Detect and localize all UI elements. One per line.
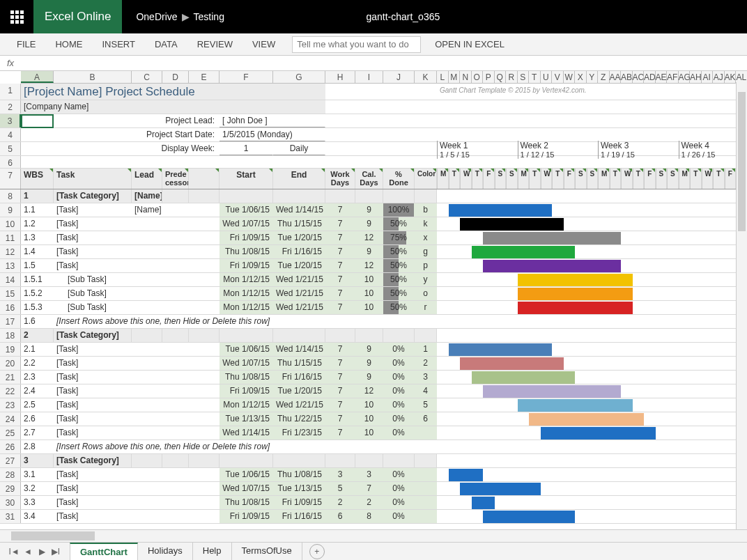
pred[interactable]	[162, 231, 189, 244]
day-hdr[interactable]: W	[541, 169, 553, 189]
lead[interactable]	[132, 384, 162, 398]
start[interactable]: Tue 1/06/15	[220, 343, 273, 356]
horizontal-scrollbar[interactable]	[0, 529, 747, 542]
row-header[interactable]: 24	[0, 412, 21, 426]
day-hdr[interactable]: T	[529, 169, 541, 189]
start[interactable]: Thu 1/08/15	[220, 496, 273, 509]
col-header[interactable]: X	[575, 71, 587, 83]
cd[interactable]: 12	[355, 384, 383, 398]
start[interactable]: Fri 1/09/15	[220, 231, 273, 244]
task[interactable]: [Task]	[54, 231, 132, 244]
col-header[interactable]: N	[460, 71, 472, 83]
end[interactable]: Thu 1/08/15	[273, 468, 325, 481]
wd[interactable]: 5	[325, 482, 355, 495]
task[interactable]: [Sub Task]	[54, 287, 132, 300]
wbs[interactable]: 3	[21, 454, 54, 467]
pred[interactable]	[162, 482, 189, 495]
row-header[interactable]: 11	[0, 231, 21, 244]
meta-value[interactable]: 1/5/2015 (Monday)	[220, 128, 325, 141]
cell[interactable]	[383, 454, 415, 467]
cell[interactable]	[220, 454, 273, 467]
col-header[interactable]: V	[552, 71, 564, 83]
hdr[interactable]: End	[273, 169, 325, 189]
pred[interactable]	[162, 398, 189, 412]
start[interactable]: Mon 1/12/15	[220, 273, 273, 286]
cd[interactable]: 12	[355, 231, 383, 244]
ribbon-tab-file[interactable]: FILE	[7, 36, 45, 52]
end[interactable]: Wed 1/21/15	[273, 301, 325, 314]
pct[interactable]: 50%	[383, 245, 415, 258]
end[interactable]: Tue 1/13/15	[273, 482, 325, 495]
hdr[interactable]: Predecessor	[162, 169, 189, 189]
wbs[interactable]: 2.4	[21, 384, 54, 398]
color[interactable]	[415, 510, 437, 523]
col-header[interactable]: AK	[725, 71, 737, 83]
col-header[interactable]: Z	[598, 71, 610, 83]
open-in-excel[interactable]: OPEN IN EXCEL	[435, 39, 505, 49]
day-hdr[interactable]: T	[552, 169, 564, 189]
cell[interactable]	[189, 398, 220, 412]
start[interactable]: Thu 1/08/15	[220, 371, 273, 384]
row-header[interactable]: 5	[0, 142, 21, 155]
cd[interactable]: 10	[355, 398, 383, 412]
cd[interactable]: 10	[355, 412, 383, 426]
cell[interactable]	[189, 301, 220, 314]
end[interactable]: Wed 1/14/15	[273, 203, 325, 217]
wbs[interactable]: 1	[21, 189, 54, 203]
task[interactable]: [Task]	[54, 217, 132, 231]
cd[interactable]: 3	[355, 468, 383, 481]
start[interactable]: Mon 1/12/15	[220, 301, 273, 314]
ribbon-tab-insert[interactable]: INSERT	[92, 36, 144, 52]
cell[interactable]	[54, 142, 86, 155]
task[interactable]: [Task]	[54, 259, 132, 272]
col-header[interactable]: H	[325, 71, 355, 83]
column-headers[interactable]: ABCDEFGHIJKLMNOPQRSTUVWXYZAAABACADAEAFAG…	[21, 71, 747, 84]
lead[interactable]	[132, 245, 162, 258]
sheet-nav-prev[interactable]: ◄	[21, 547, 35, 557]
cell[interactable]	[189, 203, 220, 217]
cell[interactable]	[383, 189, 415, 203]
pct[interactable]: 50%	[383, 273, 415, 286]
wd[interactable]: 7	[325, 203, 355, 217]
task[interactable]: [Task]	[54, 510, 132, 523]
document-name[interactable]: gantt-chart_o365	[366, 11, 440, 22]
cell[interactable]	[415, 329, 437, 342]
col-header[interactable]: C	[132, 71, 162, 83]
row-header[interactable]: 27	[0, 454, 21, 467]
row-header[interactable]: 9	[0, 203, 21, 217]
cell[interactable]	[189, 454, 220, 467]
cell[interactable]	[189, 482, 220, 495]
day-hdr[interactable]: T	[449, 169, 461, 189]
end[interactable]: Thu 1/15/15	[273, 217, 325, 231]
cell[interactable]	[189, 510, 220, 523]
task[interactable]: [Task]	[54, 412, 132, 426]
color[interactable]: 2	[415, 357, 437, 370]
scroll-thumb[interactable]	[11, 531, 95, 540]
task[interactable]: [Task Category]	[54, 454, 132, 467]
color[interactable]	[415, 468, 437, 481]
start[interactable]: Mon 1/12/15	[220, 287, 273, 300]
col-header[interactable]: F	[220, 71, 273, 83]
cell[interactable]	[220, 189, 273, 203]
ribbon-tab-review[interactable]: REVIEW	[187, 36, 242, 52]
day-hdr[interactable]: M	[598, 169, 610, 189]
wbs[interactable]: 1.4	[21, 245, 54, 258]
lead[interactable]: [Name]	[132, 203, 162, 217]
start[interactable]: Tue 1/13/15	[220, 412, 273, 426]
col-header[interactable]: AF	[667, 71, 679, 83]
day-hdr[interactable]: F	[644, 169, 656, 189]
color[interactable]: y	[415, 273, 437, 286]
sheet-tab[interactable]: GanttChart	[70, 543, 138, 560]
cell[interactable]	[189, 468, 220, 481]
pct[interactable]: 0%	[383, 343, 415, 356]
row-header[interactable]: 25	[0, 426, 21, 440]
pred[interactable]	[162, 203, 189, 217]
pct[interactable]: 0%	[383, 357, 415, 370]
cell[interactable]	[189, 384, 220, 398]
cell[interactable]	[189, 343, 220, 356]
cell[interactable]	[21, 114, 54, 127]
row-header[interactable]: 28	[0, 468, 21, 481]
pct[interactable]: 0%	[383, 510, 415, 523]
wbs[interactable]: 2.7	[21, 426, 54, 440]
pred[interactable]	[162, 384, 189, 398]
